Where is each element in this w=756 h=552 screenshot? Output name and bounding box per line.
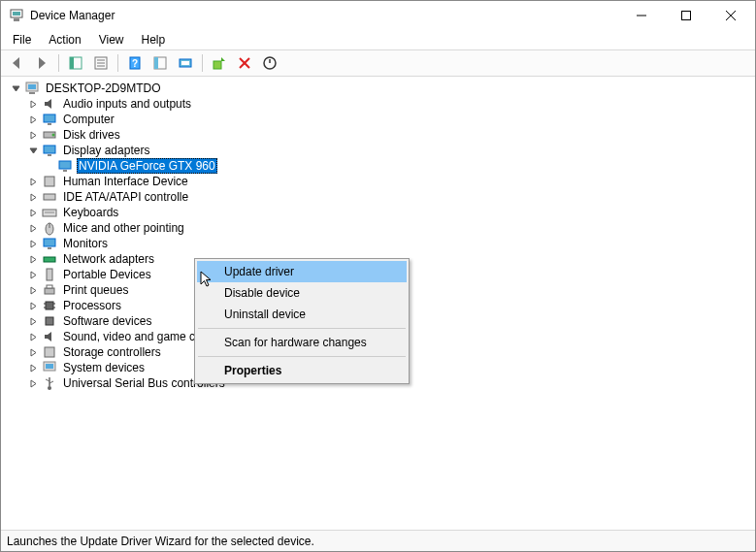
svg-point-55 <box>48 386 51 390</box>
context-menu-separator <box>198 328 406 329</box>
computer-icon <box>24 81 40 96</box>
ctx-properties[interactable]: Properties <box>197 360 407 381</box>
portable-icon <box>42 267 57 282</box>
monitor-icon <box>57 158 73 174</box>
svg-rect-32 <box>59 161 71 169</box>
ctx-disable-device[interactable]: Disable device <box>197 282 407 304</box>
chevron-right-icon[interactable] <box>26 345 40 359</box>
svg-rect-25 <box>29 92 35 94</box>
chevron-right-icon[interactable] <box>26 128 40 142</box>
svg-rect-2 <box>14 18 19 21</box>
chevron-right-icon[interactable] <box>26 190 40 204</box>
speaker-icon <box>42 329 57 344</box>
tree-item-gpu[interactable]: NVIDIA GeForce GTX 960 <box>9 158 755 174</box>
tree-node-label: Storage controllers <box>61 345 163 359</box>
titlebar: Device Manager <box>1 1 755 30</box>
statusbar-text: Launches the Update Driver Wizard for th… <box>7 535 314 548</box>
tree-node-label: Software devices <box>61 314 153 328</box>
speaker-icon <box>42 96 57 112</box>
chevron-right-icon[interactable] <box>26 299 40 312</box>
ctx-update-driver[interactable]: Update driver <box>197 261 407 282</box>
chevron-right-icon[interactable] <box>26 330 40 343</box>
tree-item-display[interactable]: Display adapters <box>9 143 755 158</box>
menubar: File Action View Help <box>1 30 755 49</box>
keyboard-icon <box>42 205 57 220</box>
svg-rect-42 <box>44 257 55 262</box>
svg-text:?: ? <box>132 58 138 69</box>
ctx-scan-hardware[interactable]: Scan for hardware changes <box>197 332 407 353</box>
hid-icon <box>42 174 57 189</box>
menu-help[interactable]: Help <box>134 32 174 48</box>
context-menu-separator <box>198 356 406 357</box>
scan-hardware-button[interactable] <box>174 51 197 75</box>
tree-item-computer[interactable]: Computer <box>9 112 755 127</box>
device-tree[interactable]: DESKTOP-2D9MTDO Audio inputs and outputs… <box>1 77 755 530</box>
chip-icon <box>42 298 57 313</box>
nav-back-button[interactable] <box>5 51 28 75</box>
chevron-right-icon[interactable] <box>26 361 40 374</box>
svg-rect-40 <box>44 239 55 246</box>
tree-node-label: Monitors <box>61 237 110 250</box>
tree-node-label: Computer <box>61 113 116 126</box>
properties-button[interactable] <box>89 51 113 75</box>
chevron-right-icon[interactable] <box>26 268 40 281</box>
svg-point-29 <box>52 134 55 137</box>
action-icon-button[interactable] <box>148 51 172 75</box>
tree-node-label: Audio inputs and outputs <box>61 97 193 111</box>
mouse-icon <box>42 220 57 236</box>
context-menu: Update driver Disable device Uninstall d… <box>194 258 410 384</box>
update-driver-button[interactable] <box>208 51 231 75</box>
statusbar: Launches the Update Driver Wizard for th… <box>1 530 755 551</box>
tree-node-label: Processors <box>61 299 123 312</box>
toolbar-separator <box>202 54 203 72</box>
ctx-uninstall-device[interactable]: Uninstall device <box>197 304 407 325</box>
show-hide-tree-button[interactable] <box>64 51 87 75</box>
menu-view[interactable]: View <box>91 32 132 48</box>
tree-item-hid[interactable]: Human Interface Device <box>9 174 755 189</box>
storage-icon <box>42 344 57 360</box>
chevron-right-icon[interactable] <box>26 376 40 390</box>
printer-icon <box>42 282 57 298</box>
chevron-right-icon[interactable] <box>26 206 40 219</box>
tree-item-monitors[interactable]: Monitors <box>9 236 755 251</box>
svg-rect-43 <box>47 269 52 280</box>
ide-icon <box>42 189 57 205</box>
menu-action[interactable]: Action <box>41 32 88 48</box>
chevron-right-icon[interactable] <box>26 283 40 297</box>
svg-rect-30 <box>44 146 55 153</box>
toolbar-separator <box>117 54 118 72</box>
chevron-right-icon[interactable] <box>26 252 40 266</box>
computer-icon <box>42 360 57 375</box>
uninstall-button[interactable] <box>233 51 256 75</box>
chevron-down-icon[interactable] <box>9 81 22 95</box>
svg-rect-46 <box>46 302 53 309</box>
minimize-button[interactable] <box>619 1 664 30</box>
chevron-right-icon[interactable] <box>26 175 40 188</box>
tree-item-ide[interactable]: IDE ATA/ATAPI controlle <box>9 189 755 205</box>
help-button[interactable]: ? <box>123 51 147 75</box>
chevron-right-icon[interactable] <box>26 221 40 235</box>
menu-file[interactable]: File <box>5 32 39 48</box>
tree-root[interactable]: DESKTOP-2D9MTDO <box>9 81 755 96</box>
tree-node-label: System devices <box>61 361 147 374</box>
toolbar-separator <box>58 54 59 72</box>
tree-item-audio[interactable]: Audio inputs and outputs <box>9 96 755 112</box>
maximize-button[interactable] <box>664 1 708 30</box>
chevron-right-icon[interactable] <box>26 237 40 250</box>
chevron-down-icon[interactable] <box>26 144 40 157</box>
tree-item-disk[interactable]: Disk drives <box>9 127 755 143</box>
tree-item-mice[interactable]: Mice and other pointing <box>9 220 755 236</box>
chevron-right-icon[interactable] <box>26 113 40 126</box>
tree-node-label: Network adapters <box>61 252 156 266</box>
chevron-right-icon[interactable] <box>26 314 40 328</box>
tree-node-label: Human Interface Device <box>61 175 190 188</box>
device-manager-icon <box>9 8 24 23</box>
chevron-right-icon[interactable] <box>26 97 40 111</box>
tree-node-label: Mice and other pointing <box>61 221 186 235</box>
tree-item-keyboards[interactable]: Keyboards <box>9 205 755 220</box>
nav-forward-button[interactable] <box>30 51 53 75</box>
svg-rect-35 <box>44 194 55 200</box>
close-button[interactable] <box>708 1 753 30</box>
svg-rect-44 <box>45 288 54 294</box>
disable-button[interactable] <box>258 51 281 75</box>
